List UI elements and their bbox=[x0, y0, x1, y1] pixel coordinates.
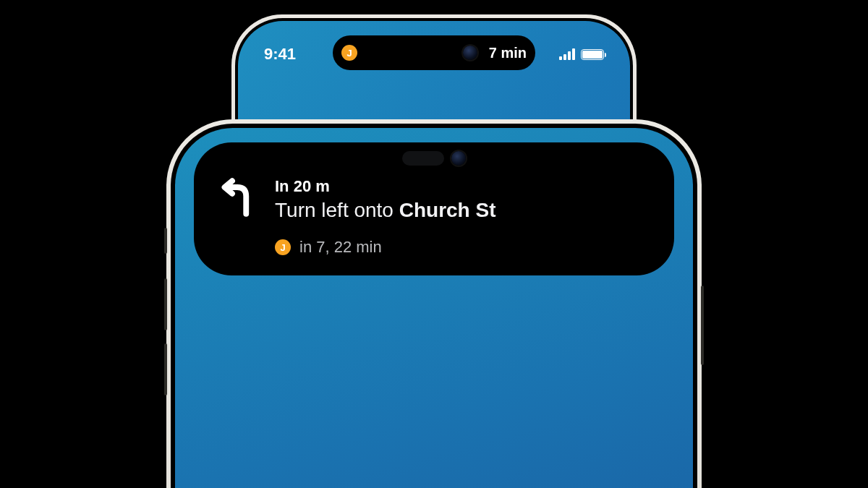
dynamic-island-compact[interactable]: J 7 min bbox=[333, 35, 535, 70]
compact-eta: 7 min bbox=[489, 45, 527, 61]
app-badge-icon: J bbox=[341, 45, 357, 61]
side-power-button[interactable] bbox=[701, 286, 704, 365]
front-camera-icon bbox=[463, 46, 477, 60]
proximity-sensor-icon bbox=[402, 151, 444, 166]
phone-screen-front: In 20 m Turn left onto Church St J in 7,… bbox=[175, 128, 693, 488]
phone-device-front: In 20 m Turn left onto Church St J in 7,… bbox=[166, 119, 702, 488]
turn-left-arrow-icon bbox=[217, 177, 258, 221]
turn-text-block: In 20 m Turn left onto Church St bbox=[275, 177, 647, 222]
eta-row: J in 7, 22 min bbox=[275, 238, 647, 257]
eta-detail: in 7, 22 min bbox=[299, 238, 382, 257]
turn-instruction-street: Church St bbox=[399, 199, 496, 221]
status-icons bbox=[559, 48, 604, 60]
phone-bezel-front: In 20 m Turn left onto Church St J in 7,… bbox=[171, 124, 697, 488]
app-badge-icon: J bbox=[275, 239, 291, 255]
dynamic-island-expanded[interactable]: In 20 m Turn left onto Church St J in 7,… bbox=[194, 142, 674, 275]
status-time: 9:41 bbox=[264, 45, 322, 64]
cellular-signal-icon bbox=[559, 48, 575, 60]
turn-distance: In 20 m bbox=[275, 177, 647, 196]
turn-instruction-prefix: Turn left onto bbox=[275, 199, 399, 221]
mute-switch[interactable] bbox=[164, 228, 167, 254]
volume-down-button[interactable] bbox=[164, 343, 167, 395]
sensor-housing bbox=[402, 151, 466, 166]
front-camera-icon bbox=[451, 151, 466, 166]
turn-instruction: Turn left onto Church St bbox=[275, 199, 647, 222]
volume-up-button[interactable] bbox=[164, 278, 167, 330]
battery-icon bbox=[581, 49, 604, 60]
turn-direction-row: In 20 m Turn left onto Church St bbox=[217, 177, 647, 222]
